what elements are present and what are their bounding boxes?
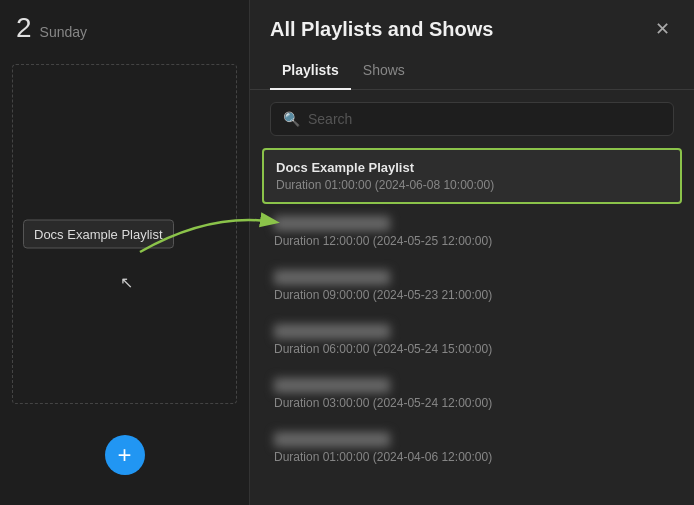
playlist-item[interactable]: BLURRED_ITEM_1Duration 12:00:00 (2024-05… [262, 206, 682, 258]
calendar-slot: Docs Example Playlist [12, 64, 237, 404]
playlist-item-duration: Duration 03:00:00 (2024-05-24 12:00:00) [274, 396, 670, 410]
cursor-icon: ↖ [120, 273, 133, 292]
blurred-name: BLURRED_ITEM_1 [274, 216, 390, 231]
playlist-item[interactable]: BLURRED_ITEM_4Duration 03:00:00 (2024-05… [262, 368, 682, 420]
modal-header: All Playlists and Shows ✕ [250, 0, 694, 54]
close-button[interactable]: ✕ [651, 16, 674, 42]
tab-playlists[interactable]: Playlists [270, 54, 351, 90]
tooltip-label: Docs Example Playlist [23, 220, 174, 249]
playlist-item[interactable]: BLURRED_ITEM_5Duration 01:00:00 (2024-04… [262, 422, 682, 474]
blurred-name: BLURRED_ITEM_4 [274, 378, 390, 393]
blurred-name: BLURRED_ITEM_2 [274, 270, 390, 285]
day-number: 2 [16, 12, 32, 44]
search-input[interactable] [308, 111, 661, 127]
playlist-item-name: BLURRED_ITEM_3 [274, 324, 670, 339]
playlist-item-name: BLURRED_ITEM_5 [274, 432, 670, 447]
search-icon: 🔍 [283, 111, 300, 127]
playlist-item-duration: Duration 01:00:00 (2024-06-08 10:00:00) [276, 178, 668, 192]
blurred-name: BLURRED_ITEM_3 [274, 324, 390, 339]
playlist-item[interactable]: BLURRED_ITEM_3Duration 06:00:00 (2024-05… [262, 314, 682, 366]
add-button[interactable]: + [105, 435, 145, 475]
playlist-item-duration: Duration 06:00:00 (2024-05-24 15:00:00) [274, 342, 670, 356]
playlist-item-name: BLURRED_ITEM_4 [274, 378, 670, 393]
day-header: 2 Sunday [0, 0, 249, 56]
playlist-item-name: Docs Example Playlist [276, 160, 668, 175]
modal-panel: All Playlists and Shows ✕ Playlists Show… [250, 0, 694, 505]
day-name: Sunday [40, 24, 87, 40]
playlist-item[interactable]: BLURRED_ITEM_2Duration 09:00:00 (2024-05… [262, 260, 682, 312]
playlist-item-name: BLURRED_ITEM_2 [274, 270, 670, 285]
tab-shows[interactable]: Shows [351, 54, 417, 90]
playlist-item-duration: Duration 01:00:00 (2024-04-06 12:00:00) [274, 450, 670, 464]
playlist-item-duration: Duration 09:00:00 (2024-05-23 21:00:00) [274, 288, 670, 302]
playlist-item-name: BLURRED_ITEM_1 [274, 216, 670, 231]
search-box: 🔍 [270, 102, 674, 136]
modal-title: All Playlists and Shows [270, 18, 493, 41]
tabs-container: Playlists Shows [250, 54, 694, 90]
blurred-name: BLURRED_ITEM_5 [274, 432, 390, 447]
playlist-list: Docs Example PlaylistDuration 01:00:00 (… [250, 148, 694, 505]
calendar-left-panel: 2 Sunday Docs Example Playlist ↖ + [0, 0, 250, 505]
search-container: 🔍 [250, 90, 694, 148]
playlist-item[interactable]: Docs Example PlaylistDuration 01:00:00 (… [262, 148, 682, 204]
playlist-item-duration: Duration 12:00:00 (2024-05-25 12:00:00) [274, 234, 670, 248]
